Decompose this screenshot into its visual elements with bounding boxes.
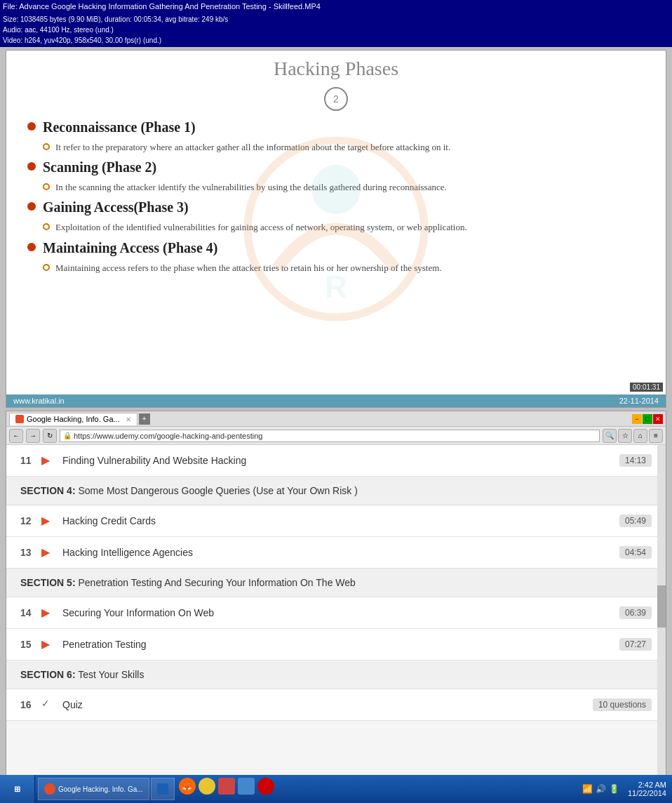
folder-icon[interactable] <box>199 778 215 795</box>
scrollbar[interactable] <box>657 445 666 789</box>
window-controls: − □ ✕ <box>632 414 663 424</box>
taskbar-right: 📶 🔊 🔋 2:42 AM 11/22/2014 <box>577 781 672 797</box>
sub-bullet-3: Exploitation of the identified vulnerabi… <box>43 221 645 234</box>
browser-right-controls: 🔍 ☆ ⌂ ≡ <box>603 429 663 443</box>
url-text: https://www.udemy.com/google-hacking-and… <box>74 432 262 440</box>
lesson-row-13[interactable]: 13 ▶ Hacking Intelligence Agencies 04:54 <box>6 537 666 569</box>
lesson-number-15: 15 <box>20 639 41 650</box>
play-icon-12: ▶ <box>41 514 55 528</box>
maximize-button[interactable]: □ <box>643 414 652 424</box>
scrollbar-thumb[interactable] <box>657 585 666 628</box>
taskbar-app-icon[interactable] <box>218 778 235 795</box>
section-header-4: SECTION 4: Some Most Dangerous Google Qu… <box>6 477 666 505</box>
bullet-item-2: Scanning (Phase 2) <box>27 159 645 175</box>
taskbar-item-2[interactable] <box>151 778 175 800</box>
search-button[interactable]: 🔍 <box>603 429 617 443</box>
home-button[interactable]: ⌂ <box>633 429 647 443</box>
lesson-row-16[interactable]: 16 ✓ Quiz 10 questions <box>6 689 666 721</box>
lesson-title-16: Quiz <box>62 699 593 710</box>
lesson-title-14: Securing Your Information On Web <box>62 607 619 618</box>
file-info-line2: Audio: aac, 44100 Hz, stereo (und.) <box>3 25 669 35</box>
lesson-title-12: Hacking Credit Cards <box>62 515 619 526</box>
bullet-item-1: Reconnaissance (Phase 1) <box>27 119 645 135</box>
new-tab-button[interactable]: + <box>139 413 150 425</box>
section-title-5: Penetration Testing And Securing Your In… <box>78 577 355 588</box>
start-button[interactable]: ⊞ <box>0 775 35 803</box>
volume-icon: 🔊 <box>596 784 606 794</box>
lesson-duration-12: 05:49 <box>619 515 652 527</box>
browser-controls: ← → ↻ 🔒 https://www.udemy.com/google-hac… <box>6 427 666 445</box>
menu-button[interactable]: ≡ <box>649 429 663 443</box>
slide-circle: 2 <box>324 87 348 111</box>
lesson-title-11: Finding Vulnerability And Website Hackin… <box>62 455 619 466</box>
bullet-item-4: Maintaining Access (Phase 4) <box>27 240 645 256</box>
battery-icon: 🔋 <box>609 784 619 794</box>
section-label-4: SECTION 4: <box>20 485 76 496</box>
taskbar-items: Google Hacking. Info. Ga... 🦊 <box>35 778 577 800</box>
section-header-5: SECTION 5: Penetration Testing And Secur… <box>6 569 666 597</box>
tab-favicon <box>15 415 24 423</box>
firefox-icon[interactable]: 🦊 <box>179 778 196 795</box>
lesson-number-13: 13 <box>20 547 41 558</box>
browser-window: Google Hacking, Info. Ga... ✕ + − □ ✕ ← … <box>6 411 666 790</box>
play-icon-13: ▶ <box>41 545 55 559</box>
network-icon: 📶 <box>582 784 593 794</box>
file-info-line1: Size: 1038485 bytes (9.90 MiB), duration… <box>3 14 669 25</box>
taskbar-quick-launch: 🦊 <box>176 778 277 800</box>
sub-dot-2 <box>43 183 50 190</box>
section-title-4: Some Most Dangerous Google Queries (Use … <box>78 485 357 496</box>
back-button[interactable]: ← <box>9 429 23 443</box>
tab-label: Google Hacking, Info. Ga... <box>27 415 120 423</box>
slide-content: Reconnaissance (Phase 1) It refer to the… <box>13 119 659 274</box>
start-label: ⊞ <box>14 785 20 794</box>
section-title-6: Test Your Skills <box>78 669 144 680</box>
star-button[interactable]: ☆ <box>618 429 632 443</box>
bullet-title-1: Reconnaissance (Phase 1) <box>43 119 196 135</box>
close-button[interactable]: ✕ <box>653 414 663 424</box>
ppt-icon[interactable] <box>257 778 274 795</box>
sub-dot-3 <box>43 223 50 230</box>
section-label-6: SECTION 6: <box>20 669 76 680</box>
lock-icon: 🔒 <box>63 432 72 439</box>
clock-time: 2:42 AM <box>628 781 666 789</box>
lesson-number-12: 12 <box>20 515 41 526</box>
lesson-row-14[interactable]: 14 ▶ Securing Your Information On Web 06… <box>6 597 666 629</box>
check-icon-16: ✓ <box>41 698 55 712</box>
minimize-button[interactable]: − <box>632 414 642 424</box>
browser-titlebar: Google Hacking, Info. Ga... ✕ + − □ ✕ <box>6 411 666 427</box>
bullet-item-3: Gaining Access(Phase 3) <box>27 199 645 215</box>
slide-footer: www.kratikal.in 22-11-2014 <box>6 394 666 407</box>
sub-dot-1 <box>43 143 50 150</box>
lesson-row-15[interactable]: 15 ▶ Penetration Testing 07:27 <box>6 629 666 661</box>
browser-tab[interactable]: Google Hacking, Info. Ga... ✕ <box>9 413 137 425</box>
url-bar[interactable]: 🔒 https://www.udemy.com/google-hacking-a… <box>60 430 600 442</box>
taskbar: ⊞ Google Hacking. Info. Ga... 🦊 📶 🔊 🔋 2:… <box>0 775 672 803</box>
bullet-dot-1 <box>27 122 36 131</box>
lesson-duration-11: 14:13 <box>619 454 652 467</box>
tab-close-icon[interactable]: ✕ <box>126 416 131 423</box>
title-bar: File: Advance Google Hacking Information… <box>0 0 672 13</box>
chrome-icon[interactable] <box>238 778 255 795</box>
file-info: Size: 1038485 bytes (9.90 MiB), duration… <box>0 13 672 47</box>
slide-footer-left: www.kratikal.in <box>13 397 65 405</box>
refresh-button[interactable]: ↻ <box>43 429 57 443</box>
taskbar-item-browser[interactable]: Google Hacking. Info. Ga... <box>38 778 149 800</box>
section-header-6: SECTION 6: Test Your Skills <box>6 661 666 689</box>
timer-overlay: 00:01:31 <box>630 383 663 392</box>
forward-button[interactable]: → <box>26 429 40 443</box>
file-info-line3: Video: h264, yuv420p, 958x540, 30.00 fps… <box>3 35 669 46</box>
sub-text-1: It refer to the preparatory where an att… <box>55 141 450 154</box>
lesson-number-11: 11 <box>20 455 41 466</box>
lesson-row-11[interactable]: 11 ▶ Finding Vulnerability And Website H… <box>6 445 666 477</box>
system-icons: 📶 🔊 🔋 <box>582 784 619 794</box>
lesson-row-12[interactable]: 12 ▶ Hacking Credit Cards 05:49 <box>6 505 666 537</box>
title-text: File: Advance Google Hacking Information… <box>3 2 321 11</box>
sub-text-2: In the scanning the attacker identify th… <box>55 181 447 194</box>
taskbar-browser-label: Google Hacking. Info. Ga... <box>58 785 143 793</box>
bullet-title-2: Scanning (Phase 2) <box>43 159 156 175</box>
bullet-dot-3 <box>27 202 36 211</box>
slide-title: Hacking Phases <box>13 58 659 80</box>
lesson-title-15: Penetration Testing <box>62 639 619 650</box>
video-area: R Hacking Phases 2 Reconnaissance (Phase… <box>6 50 666 408</box>
play-icon-11: ▶ <box>41 453 55 467</box>
